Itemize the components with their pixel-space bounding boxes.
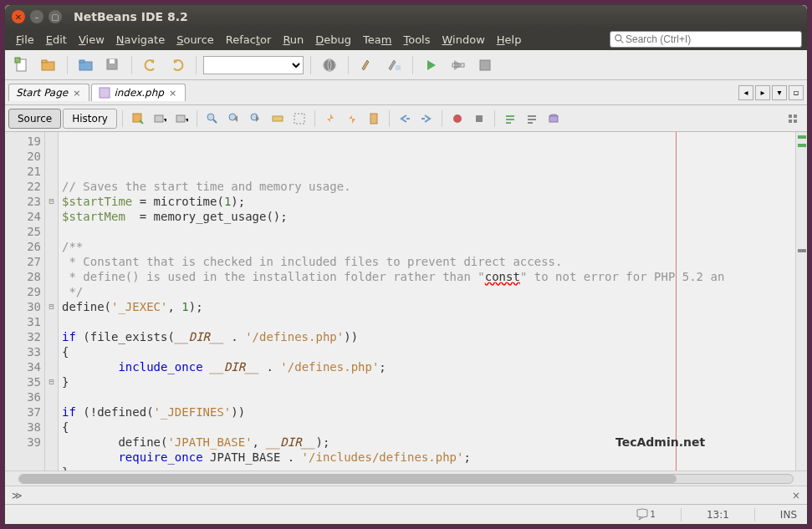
margin-line <box>676 132 677 471</box>
debug-button[interactable] <box>447 53 470 77</box>
menu-run[interactable]: Run <box>277 31 309 48</box>
find-prev-button[interactable] <box>224 109 244 129</box>
menu-edit[interactable]: Edit <box>40 31 73 48</box>
breadcrumb-close-icon[interactable]: × <box>792 490 800 501</box>
menu-source[interactable]: Source <box>171 31 220 48</box>
svg-rect-19 <box>176 115 185 122</box>
tab-index-php[interactable]: index.php × <box>91 84 186 101</box>
go-to-type-button[interactable] <box>544 109 564 129</box>
svg-text:▾: ▾ <box>186 116 188 124</box>
maximize-button[interactable]: ▢ <box>49 10 62 23</box>
menu-view[interactable]: View <box>73 31 110 48</box>
main-toolbar <box>5 50 807 80</box>
back-button[interactable]: ▾ <box>150 109 170 129</box>
start-macro-button[interactable] <box>447 109 467 129</box>
forward-button[interactable]: ▾ <box>171 109 192 129</box>
tab-next-button[interactable]: ▸ <box>755 85 770 100</box>
scrollbar-track[interactable] <box>18 474 794 484</box>
separator <box>389 110 390 127</box>
notification-icon[interactable]: 1 <box>636 508 656 521</box>
find-next-button[interactable] <box>246 109 266 129</box>
error-stripe[interactable] <box>795 132 807 471</box>
svg-point-0 <box>615 35 621 41</box>
breadcrumb-arrow[interactable]: ≫ <box>12 490 23 501</box>
menu-refactor[interactable]: Refactor <box>220 31 278 48</box>
svg-rect-43 <box>794 120 797 123</box>
comment-button[interactable] <box>500 109 520 129</box>
save-all-button[interactable] <box>101 53 125 77</box>
stripe-mark[interactable] <box>798 144 806 147</box>
tab-label: Start Page <box>16 87 68 99</box>
menu-team[interactable]: Team <box>357 31 397 48</box>
close-button[interactable]: ✕ <box>12 10 25 23</box>
tab-label: index.php <box>114 87 163 99</box>
separator <box>412 56 413 74</box>
horizontal-scrollbar[interactable] <box>5 471 807 486</box>
new-file-button[interactable] <box>10 53 33 77</box>
source-tab[interactable]: Source <box>8 109 61 129</box>
last-edit-button[interactable] <box>128 109 148 129</box>
stripe-mark[interactable] <box>798 249 806 252</box>
tab-close-icon[interactable]: × <box>71 88 82 99</box>
cursor-position[interactable]: 13:1 <box>707 509 729 521</box>
tab-start-page[interactable]: Start Page × <box>8 84 89 101</box>
svg-rect-41 <box>794 114 797 118</box>
toggle-rectangular-button[interactable] <box>289 109 309 129</box>
clean-build-button[interactable] <box>382 53 406 77</box>
menu-help[interactable]: Help <box>491 31 528 48</box>
profiler-button[interactable] <box>473 53 497 77</box>
svg-rect-27 <box>370 114 377 124</box>
search-input[interactable] <box>626 33 798 45</box>
browser-button[interactable] <box>318 53 341 77</box>
svg-point-23 <box>229 114 236 120</box>
open-project-button[interactable] <box>74 53 98 77</box>
file-tabs: Start Page × index.php × ◂ ▸ ▾ ▫ <box>5 80 807 105</box>
code-editor[interactable]: // Saves the start time and memory usage… <box>59 132 795 471</box>
scrollbar-thumb[interactable] <box>19 475 677 483</box>
svg-rect-25 <box>273 116 283 121</box>
separator <box>131 56 132 74</box>
separator <box>197 110 197 127</box>
svg-point-30 <box>453 114 462 123</box>
stop-macro-button[interactable] <box>469 109 489 129</box>
run-button[interactable] <box>420 53 443 77</box>
menubar: File Edit View Navigate Source Refactor … <box>5 28 807 50</box>
toggle-bookmark-button[interactable] <box>364 109 384 129</box>
svg-rect-12 <box>396 65 401 70</box>
insert-mode[interactable]: INS <box>780 509 797 521</box>
tab-maximize-button[interactable]: ▫ <box>789 85 804 100</box>
tab-nav: ◂ ▸ ▾ ▫ <box>738 85 804 100</box>
new-project-button[interactable] <box>37 53 60 77</box>
tab-prev-button[interactable]: ◂ <box>738 85 753 100</box>
history-tab[interactable]: History <box>63 109 117 129</box>
uncomment-button[interactable] <box>522 109 542 129</box>
svg-rect-9 <box>110 59 115 64</box>
tab-close-icon[interactable]: × <box>167 88 178 99</box>
config-select[interactable] <box>203 56 304 74</box>
menu-tools[interactable]: Tools <box>397 31 436 48</box>
window-title: NetBeans IDE 8.2 <box>74 10 188 23</box>
build-button[interactable] <box>355 53 379 77</box>
fold-column[interactable]: ⊟⊟⊟ <box>45 132 59 471</box>
tab-list-button[interactable]: ▾ <box>772 85 787 100</box>
toggle-highlight-button[interactable] <box>268 109 288 129</box>
menu-file[interactable]: File <box>10 31 40 48</box>
menu-navigate[interactable]: Navigate <box>110 31 171 48</box>
shift-right-button[interactable] <box>416 109 437 129</box>
search-box[interactable] <box>610 31 802 48</box>
minimize-button[interactable]: – <box>30 10 43 23</box>
editor-menu-button[interactable] <box>784 109 804 129</box>
prev-bookmark-button[interactable] <box>320 109 340 129</box>
stripe-mark[interactable] <box>798 135 806 139</box>
php-file-icon <box>99 87 110 99</box>
shift-left-button[interactable] <box>395 109 415 129</box>
search-icon <box>614 33 626 45</box>
find-selection-button[interactable] <box>202 109 222 129</box>
menu-debug[interactable]: Debug <box>309 31 357 48</box>
redo-button[interactable] <box>166 53 189 77</box>
svg-rect-3 <box>15 58 20 63</box>
line-number-gutter[interactable]: 1920212223242526272829303132333435363738… <box>5 132 45 471</box>
undo-button[interactable] <box>139 53 162 77</box>
menu-window[interactable]: Window <box>437 31 491 48</box>
next-bookmark-button[interactable] <box>342 109 362 129</box>
